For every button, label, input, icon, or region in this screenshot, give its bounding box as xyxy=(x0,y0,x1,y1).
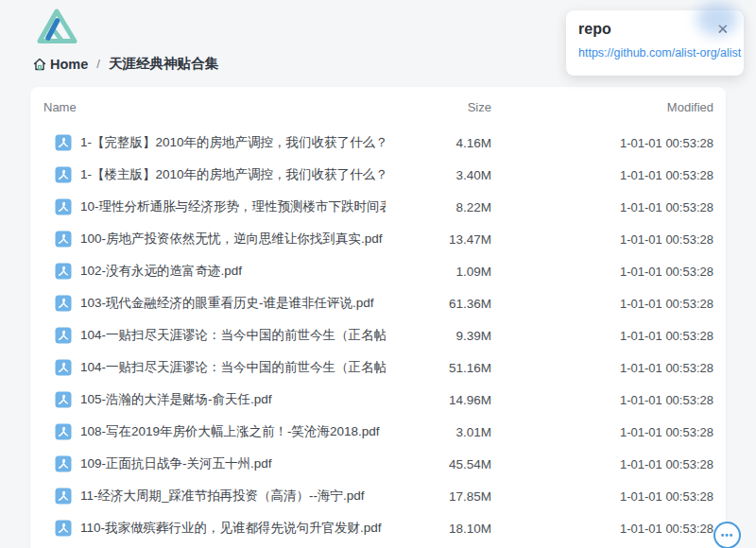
file-row[interactable]: 100-房地产投资依然无忧，逆向思维让你找到真实.pdf 13.47M 1-01… xyxy=(30,223,726,255)
more-actions-button[interactable]: ••• xyxy=(713,522,741,548)
file-modified: 1-01-01 00:53:28 xyxy=(491,329,713,343)
file-table-card: Name Size Modified 1-【完整版】2010年的房地产调控，我们… xyxy=(30,87,726,548)
file-size: 8.22M xyxy=(386,200,491,214)
file-size: 3.40M xyxy=(386,168,491,182)
repo-link[interactable]: https://github.com/alist-org/alist xyxy=(578,46,732,60)
file-size: 4.16M xyxy=(386,136,491,150)
pdf-file-icon xyxy=(55,134,72,151)
file-size: 45.54M xyxy=(386,457,491,471)
breadcrumb-current-folder[interactable]: 天涯经典神贴合集 xyxy=(109,55,218,73)
ellipsis-icon: ••• xyxy=(721,530,734,540)
file-modified: 1-01-01 00:53:28 xyxy=(491,361,713,375)
column-header-size[interactable]: Size xyxy=(386,100,491,114)
repo-popup-title: repo xyxy=(578,21,611,38)
file-name: 104-一贴扫尽天涯谬论：当今中国的前世今生（正名帖）-... xyxy=(80,359,386,376)
file-modified: 1-01-01 00:53:28 xyxy=(491,522,713,536)
file-size: 13.47M xyxy=(386,232,491,247)
file-modified: 1-01-01 00:53:28 xyxy=(491,200,713,214)
file-name: 103-现代金融经济的眼重看历史-谁是谁非任评说.pdf xyxy=(80,295,374,312)
pdf-file-icon xyxy=(55,198,72,215)
file-name: 105-浩瀚的大洋是赌场-俞天任.pdf xyxy=(80,391,272,408)
file-modified: 1-01-01 00:53:28 xyxy=(491,425,713,439)
file-name: 11-经济大周期_踩准节拍再投资（高清）--海宁.pdf xyxy=(80,488,365,505)
pdf-file-icon xyxy=(55,455,72,472)
pdf-file-icon xyxy=(55,359,72,376)
file-row[interactable]: 10-理性分析通胀与经济形势，理性预测楼市下跌时间表-... 8.22M 1-0… xyxy=(30,191,726,223)
file-modified: 1-01-01 00:53:28 xyxy=(491,457,713,471)
file-modified: 1-01-01 00:53:28 xyxy=(491,136,713,150)
file-size: 18.10M xyxy=(386,522,491,536)
file-size: 9.39M xyxy=(386,329,491,343)
file-row[interactable]: 102-没有永远的造富奇迹.pdf 1.09M 1-01-01 00:53:28 xyxy=(30,255,726,287)
column-header-modified[interactable]: Modified xyxy=(491,100,713,114)
file-name: 109-正面抗日战争-关河五十州.pdf xyxy=(80,455,272,472)
file-row[interactable]: 109-正面抗日战争-关河五十州.pdf 45.54M 1-01-01 00:5… xyxy=(30,448,726,480)
breadcrumb-home-label: Home xyxy=(50,57,88,72)
pdf-file-icon xyxy=(55,231,72,248)
file-modified: 1-01-01 00:53:28 xyxy=(491,265,713,279)
close-icon[interactable]: ✕ xyxy=(713,20,732,38)
pdf-file-icon xyxy=(55,520,72,537)
file-name: 1-【完整版】2010年的房地产调控，我们收获了什么？写... xyxy=(80,134,386,151)
file-modified: 1-01-01 00:53:28 xyxy=(491,393,713,407)
file-row[interactable]: 105-浩瀚的大洋是赌场-俞天任.pdf 14.96M 1-01-01 00:5… xyxy=(30,384,726,416)
file-modified: 1-01-01 00:53:28 xyxy=(491,168,713,182)
file-modified: 1-01-01 00:53:28 xyxy=(491,232,713,247)
alist-logo[interactable] xyxy=(34,7,79,46)
file-row[interactable]: 104-一贴扫尽天涯谬论：当今中国的前世今生（正名帖）-... 9.39M 1-… xyxy=(30,319,726,351)
file-name: 108-写在2019年房价大幅上涨之前！-笑沧海2018.pdf xyxy=(80,423,380,440)
column-header-name[interactable]: Name xyxy=(43,100,386,114)
file-name: 100-房地产投资依然无忧，逆向思维让你找到真实.pdf xyxy=(80,231,383,248)
file-row[interactable]: 108-写在2019年房价大幅上涨之前！-笑沧海2018.pdf 3.01M 1… xyxy=(30,416,726,448)
file-name: 1-【楼主版】2010年的房地产调控，我们收获了什么？写... xyxy=(80,166,386,183)
pdf-file-icon xyxy=(55,327,72,344)
alist-logo-icon xyxy=(34,7,79,46)
pdf-file-icon xyxy=(55,295,72,312)
file-size: 1.09M xyxy=(386,265,491,279)
file-row[interactable]: 1-【完整版】2010年的房地产调控，我们收获了什么？写... 4.16M 1-… xyxy=(30,127,726,159)
file-row[interactable]: 104-一贴扫尽天涯谬论：当今中国的前世今生（正名帖）-... 51.16M 1… xyxy=(30,351,726,384)
breadcrumb: Home / 天涯经典神贴合集 xyxy=(32,55,218,73)
pdf-file-icon xyxy=(55,488,72,505)
file-row[interactable]: 1-【楼主版】2010年的房地产调控，我们收获了什么？写... 3.40M 1-… xyxy=(30,159,726,191)
file-name: 10-理性分析通胀与经济形势，理性预测楼市下跌时间表-... xyxy=(80,198,386,215)
file-row[interactable]: 103-现代金融经济的眼重看历史-谁是谁非任评说.pdf 61.36M 1-01… xyxy=(30,287,726,319)
pdf-file-icon xyxy=(55,423,72,440)
pdf-file-icon xyxy=(55,263,72,280)
file-size: 51.16M xyxy=(386,361,491,375)
pdf-file-icon xyxy=(55,391,72,408)
file-modified: 1-01-01 00:53:28 xyxy=(491,297,713,311)
file-name: 104-一贴扫尽天涯谬论：当今中国的前世今生（正名帖）-... xyxy=(80,327,386,344)
table-header-row: Name Size Modified xyxy=(30,87,726,127)
file-name: 102-没有永远的造富奇迹.pdf xyxy=(80,263,242,280)
file-size: 14.96M xyxy=(386,393,491,407)
breadcrumb-separator: / xyxy=(96,57,100,71)
breadcrumb-home[interactable]: Home xyxy=(32,57,88,72)
repo-popup: repo ✕ https://github.com/alist-org/alis… xyxy=(566,10,744,76)
file-row[interactable]: 110-我家做殡葬行业的，见谁都得先说句升官发财.pdf 18.10M 1-01… xyxy=(30,512,726,544)
file-list: 1-【完整版】2010年的房地产调控，我们收获了什么？写... 4.16M 1-… xyxy=(30,127,726,544)
file-name: 110-我家做殡葬行业的，见谁都得先说句升官发财.pdf xyxy=(80,520,382,537)
file-size: 3.01M xyxy=(386,425,491,439)
home-icon xyxy=(32,57,47,72)
file-modified: 1-01-01 00:53:28 xyxy=(491,489,713,504)
file-size: 61.36M xyxy=(386,297,491,311)
pdf-file-icon xyxy=(55,166,72,183)
file-size: 17.85M xyxy=(386,489,491,504)
file-row[interactable]: 11-经济大周期_踩准节拍再投资（高清）--海宁.pdf 17.85M 1-01… xyxy=(30,480,726,512)
